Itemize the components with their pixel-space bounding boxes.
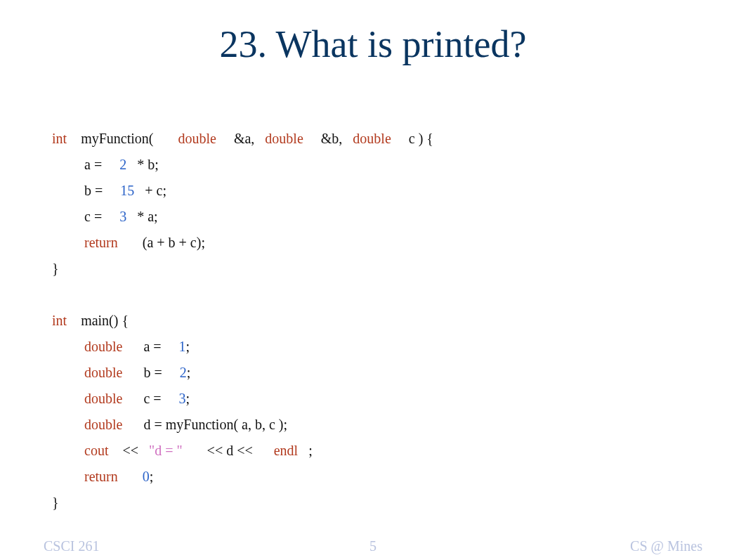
code-text: << — [108, 443, 149, 457]
code-text: } — [52, 495, 59, 509]
code-text: << d << — [183, 443, 274, 457]
code-text: &b, — [303, 131, 353, 145]
code-line: double a = 1; — [52, 333, 433, 359]
footer-left: CSCI 261 — [44, 538, 99, 554]
keyword-endl: endl — [274, 443, 298, 457]
code-text: c = — [84, 209, 119, 223]
code-text: * b; — [126, 157, 159, 171]
code-line: a = 2 * b; — [52, 151, 433, 177]
code-text: b = — [122, 365, 179, 379]
keyword-return: return — [84, 235, 118, 249]
code-text: main() { — [67, 313, 129, 327]
code-line: b = 15 + c; — [52, 177, 433, 203]
code-text: c ) { — [391, 131, 433, 145]
keyword-double: double — [84, 365, 122, 379]
code-text: * a; — [126, 209, 157, 223]
code-line: return 0; — [52, 463, 433, 489]
number-literal: 2 — [180, 365, 187, 379]
code-line: } — [52, 489, 433, 515]
number-literal: 2 — [119, 157, 126, 171]
code-text: (a + b + c); — [118, 235, 205, 249]
code-line: double d = myFunction( a, b, c ); — [52, 411, 433, 437]
number-literal: 3 — [119, 209, 126, 223]
code-line: int main() { — [52, 307, 433, 333]
keyword-double: double — [178, 131, 216, 145]
number-literal: 1 — [179, 339, 186, 353]
number-literal: 0 — [143, 469, 150, 483]
blank-line — [52, 281, 433, 307]
keyword-double: double — [84, 417, 122, 431]
code-block: int myFunction( double &a, double &b, do… — [52, 125, 433, 515]
code-line: return (a + b + c); — [52, 229, 433, 255]
code-text: d = myFunction( a, b, c ); — [122, 417, 287, 431]
keyword-double: double — [265, 131, 303, 145]
code-text: ; — [187, 365, 191, 379]
code-line: double c = 3; — [52, 385, 433, 411]
code-text: ; — [186, 391, 190, 405]
keyword-double: double — [353, 131, 391, 145]
code-text: ; — [186, 339, 190, 353]
code-line: c = 3 * a; — [52, 203, 433, 229]
code-text: b = — [84, 183, 120, 197]
code-text: ; — [298, 443, 313, 457]
slide-footer: CSCI 261 5 CS @ Mines — [0, 533, 746, 554]
code-text: a = — [122, 339, 178, 353]
code-text: &a, — [216, 131, 265, 145]
keyword-return: return — [84, 469, 118, 483]
footer-page: 5 — [369, 538, 377, 554]
keyword-int: int — [52, 313, 67, 327]
code-line: double b = 2; — [52, 359, 433, 385]
keyword-double: double — [84, 391, 122, 405]
code-line: } — [52, 255, 433, 281]
keyword-cout: cout — [84, 443, 108, 457]
number-literal: 3 — [179, 391, 186, 405]
keyword-int: int — [52, 131, 67, 145]
code-text: } — [52, 261, 59, 275]
slide-title: 23. What is printed? — [0, 0, 746, 66]
footer-right: CS @ Mines — [630, 538, 702, 554]
code-text: a = — [84, 157, 119, 171]
code-line: int myFunction( double &a, double &b, do… — [52, 125, 433, 151]
code-text: ; — [150, 469, 154, 483]
code-text — [118, 469, 143, 483]
code-text: myFunction( — [67, 131, 178, 145]
code-line: cout << "d = " << d << endl ; — [52, 437, 433, 463]
code-text: + c; — [134, 183, 166, 197]
keyword-double: double — [84, 339, 122, 353]
string-literal: "d = " — [149, 443, 183, 457]
code-text: c = — [122, 391, 178, 405]
number-literal: 15 — [120, 183, 134, 197]
